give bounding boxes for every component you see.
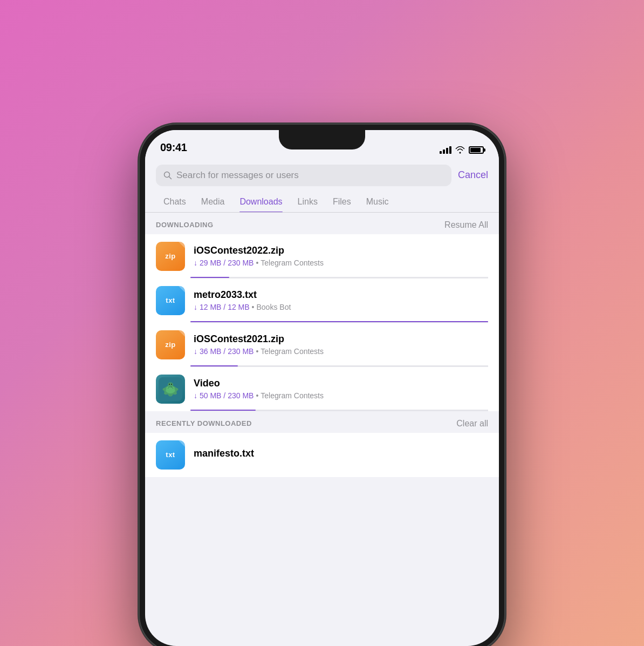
file-info-manifesto: manifesto.txt (194, 448, 488, 461)
file-meta-4: ↓ 50 MB / 230 MB • Telegram Contests (194, 391, 488, 400)
file-meta-1: ↓ 29 MB / 230 MB • Telegram Contests (194, 259, 488, 267)
dog-ear-2 (179, 286, 185, 293)
file-source-1: Telegram Contests (261, 259, 324, 267)
tabs-area: Chats Media Downloads Links Files Music (145, 192, 499, 213)
file-meta-3: ↓ 36 MB / 230 MB • Telegram Contests (194, 347, 488, 356)
search-bar-area: Search for messages or users Cancel (145, 158, 499, 192)
progress-fill-2 (190, 321, 488, 322)
signal-bar-3 (446, 148, 448, 154)
file-name-4: Video (194, 378, 488, 389)
search-placeholder: Search for messages or users (176, 170, 299, 181)
file-size-2: 12 MB / 12 MB (200, 303, 250, 311)
download-arrow-3: ↓ (194, 347, 197, 356)
file-info-3: iOSContest2021.zip ↓ 36 MB / 230 MB • Te… (194, 334, 488, 356)
recently-downloaded-label: RECENTLY DOWNLOADED (156, 419, 252, 427)
signal-bar-2 (443, 149, 445, 154)
search-input-container[interactable]: Search for messages or users (156, 165, 451, 186)
file-icon-zip-2: zip (156, 330, 185, 359)
file-name-manifesto: manifesto.txt (194, 448, 488, 459)
phone-wrapper: 09:41 (139, 124, 505, 647)
download-item-2[interactable]: txt metro2033.txt ↓ 12 MB / 12 MB • Book… (145, 278, 499, 323)
file-source-3: Telegram Contests (261, 347, 324, 356)
signal-bar-1 (440, 151, 442, 154)
file-name-3: iOSContest2021.zip (194, 334, 488, 345)
file-dot-3: • (256, 347, 258, 356)
progress-fill-1 (190, 277, 229, 278)
download-item-3[interactable]: zip iOSContest2021.zip ↓ 36 MB / 230 MB … (145, 323, 499, 367)
tab-downloads[interactable]: Downloads (232, 192, 290, 212)
downloading-label: DOWNLOADING (156, 221, 214, 229)
file-dot-2: • (252, 303, 255, 311)
file-icon-label-1: zip (165, 252, 176, 260)
download-item-manifesto[interactable]: txt manifesto.txt (145, 433, 499, 477)
download-arrow-2: ↓ (194, 303, 197, 311)
dog-ear (179, 242, 185, 248)
svg-point-7 (171, 384, 172, 385)
download-item-4[interactable]: Video ↓ 50 MB / 230 MB • Telegram Contes… (145, 367, 499, 411)
file-icon-video (156, 375, 185, 404)
file-dot-4: • (256, 391, 258, 400)
status-icons (440, 146, 484, 154)
tab-chats[interactable]: Chats (156, 192, 194, 212)
progress-bar-3 (190, 365, 488, 366)
wifi-icon (455, 146, 465, 154)
file-info-1: iOSContest2022.zip ↓ 29 MB / 230 MB • Te… (194, 245, 488, 267)
file-meta-2: ↓ 12 MB / 12 MB • Books Bot (194, 303, 488, 311)
file-icon-txt-manifesto: txt (156, 440, 185, 470)
phone-frame: 09:41 (139, 124, 505, 647)
tab-music[interactable]: Music (359, 192, 396, 212)
download-arrow-4: ↓ (194, 391, 197, 400)
svg-point-5 (168, 382, 173, 387)
recently-downloaded-section-header: RECENTLY DOWNLOADED Clear all (145, 411, 499, 433)
svg-line-1 (169, 176, 172, 179)
resume-all-button[interactable]: Resume All (444, 220, 488, 230)
turtle-svg (159, 377, 182, 401)
svg-point-6 (169, 384, 170, 385)
file-icon-label-manifesto: txt (166, 451, 175, 459)
file-name-2: metro2033.txt (194, 289, 488, 301)
file-icon-label-3: zip (165, 341, 176, 349)
download-arrow-1: ↓ (194, 259, 197, 267)
search-icon (163, 171, 172, 180)
signal-bar-4 (449, 146, 451, 154)
file-dot-1: • (256, 259, 258, 267)
progress-fill-3 (190, 365, 238, 366)
status-time: 09:41 (160, 141, 187, 154)
file-icon-label-2: txt (166, 296, 175, 304)
battery-fill (470, 148, 481, 152)
downloading-section-header: DOWNLOADING Resume All (145, 213, 499, 234)
tab-links[interactable]: Links (290, 192, 325, 212)
progress-bar-4 (190, 410, 488, 411)
dog-ear-3 (179, 330, 185, 337)
progress-fill-4 (190, 410, 256, 411)
dog-ear-manifesto (179, 440, 185, 447)
file-icon-zip-1: zip (156, 242, 185, 271)
file-source-2: Books Bot (257, 303, 291, 311)
progress-bar-2 (190, 321, 488, 322)
tab-files[interactable]: Files (325, 192, 359, 212)
file-info-4: Video ↓ 50 MB / 230 MB • Telegram Contes… (194, 378, 488, 400)
signal-bars-icon (440, 146, 451, 154)
file-info-2: metro2033.txt ↓ 12 MB / 12 MB • Books Bo… (194, 289, 488, 311)
progress-bar-1 (190, 277, 488, 278)
download-item-1[interactable]: zip iOSContest2022.zip ↓ 29 MB / 230 MB … (145, 234, 499, 278)
file-size-4: 50 MB / 230 MB (200, 391, 254, 400)
file-icon-txt-1: txt (156, 286, 185, 315)
clear-all-button[interactable]: Clear all (456, 419, 488, 429)
file-source-4: Telegram Contests (261, 391, 324, 400)
phone-screen: 09:41 (145, 130, 499, 646)
notch (279, 130, 365, 149)
file-name-1: iOSContest2022.zip (194, 245, 488, 256)
cancel-button[interactable]: Cancel (458, 169, 488, 181)
tab-media[interactable]: Media (194, 192, 232, 212)
file-size-3: 36 MB / 230 MB (200, 347, 254, 356)
battery-icon (469, 146, 484, 154)
file-size-1: 29 MB / 230 MB (200, 259, 254, 267)
download-list: zip iOSContest2022.zip ↓ 29 MB / 230 MB … (145, 234, 499, 411)
